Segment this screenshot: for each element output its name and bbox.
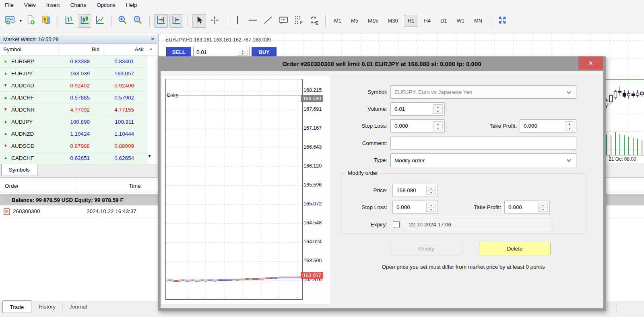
timeframe-d1[interactable]: D1 — [436, 15, 451, 27]
market-watch-row[interactable]: ▲EURGBP0.833880.83401 — [0, 56, 147, 68]
type-select[interactable]: Modify order — [390, 153, 576, 167]
modify-stop-loss-input[interactable]: 0.000 ▲▼ — [392, 201, 438, 214]
timeframe-m1[interactable]: M1 — [330, 15, 345, 27]
take-profit-value: 0.000 — [524, 123, 537, 129]
fullscreen-button[interactable] — [495, 14, 509, 28]
volume-input[interactable]: 0.01 ▲▼ — [390, 102, 445, 116]
candlestick-chart-button[interactable] — [78, 14, 91, 28]
order-dialog: Order #260300300 sell limit 0.01 EURJPY … — [158, 56, 606, 311]
close-icon[interactable]: ✕ — [151, 36, 155, 42]
trend-up-icon: ▲ — [4, 95, 8, 99]
new-chart-button[interactable] — [3, 14, 17, 28]
timeframe-mn[interactable]: MN — [470, 15, 486, 27]
profiles-button[interactable]: $ — [39, 14, 53, 28]
take-profit-label: Take Profit: — [460, 119, 517, 133]
volume-spinner[interactable]: ▲▼ — [433, 104, 443, 114]
one-click-trading-panel: SELL 0.01 ▲▼ BUY — [166, 47, 277, 58]
bar-chart-button[interactable] — [62, 14, 76, 28]
balance-text: Balance: 99 878.59 USD Equity: 99 878.59… — [12, 197, 124, 203]
collapse-dot-icon[interactable] — [4, 198, 8, 202]
auto-scroll-button[interactable] — [154, 14, 168, 28]
symbol-select[interactable]: EURJPY, Euro vs Japanese Yen — [390, 85, 576, 99]
svg-text:E: E — [316, 21, 318, 25]
market-watch-row[interactable]: ▼AUDCNH4.770924.77155 — [0, 104, 147, 116]
market-watch-row[interactable]: ▲AUDJPY100.890100.911 — [0, 116, 147, 128]
menu-help[interactable]: Help — [126, 2, 137, 8]
timeframe-w1[interactable]: W1 — [453, 15, 469, 27]
volume-spinner[interactable]: ▲▼ — [238, 49, 248, 56]
price-tick: 164.024 — [303, 239, 328, 245]
horizontal-line-button[interactable] — [246, 14, 260, 28]
delete-button[interactable]: Delete — [479, 242, 551, 255]
dialog-close-button[interactable]: ✕ — [578, 56, 603, 70]
timeframe-m15[interactable]: M15 — [364, 15, 382, 27]
market-watch-row[interactable]: ▼AUDSGD0.879880.88009 — [0, 140, 147, 152]
sell-button[interactable]: SELL — [166, 47, 191, 58]
column-time[interactable]: Time — [129, 183, 141, 189]
expert-advisors-button[interactable]: E — [307, 14, 321, 28]
modify-stop-loss-spinner[interactable]: ▲▼ — [426, 203, 436, 212]
scroll-up-icon[interactable]: ▲ — [149, 46, 153, 51]
comment-input[interactable] — [390, 137, 576, 150]
market-watch-row[interactable]: ▲AUDCHF0.578850.57902 — [0, 92, 147, 104]
modify-take-profit-spinner[interactable]: ▲▼ — [538, 203, 548, 212]
stop-loss-input[interactable]: 0.000 ▲▼ — [390, 119, 445, 133]
column-order[interactable]: Order — [5, 183, 19, 189]
zoom-out-button[interactable] — [131, 14, 145, 28]
trendline-icon — [263, 15, 273, 27]
toolbar-separator — [226, 15, 226, 27]
scroll-down-icon[interactable]: ▼ — [147, 153, 152, 158]
line-chart-button[interactable] — [93, 14, 107, 28]
cursor-button[interactable] — [192, 14, 206, 28]
one-click-volume-input[interactable]: 0.01 ▲▼ — [193, 47, 250, 58]
trendline-button[interactable] — [261, 14, 275, 28]
tab-journal[interactable]: Journal — [69, 304, 87, 310]
price-value: 168.080 — [396, 187, 416, 193]
menu-file[interactable]: File — [5, 2, 14, 8]
bid-price: 0.87988 — [70, 143, 90, 149]
menu-view[interactable]: View — [24, 2, 36, 8]
timeframe-m5[interactable]: M5 — [347, 15, 362, 27]
trend-down-icon: ▼ — [4, 143, 8, 148]
timeframe-m30[interactable]: M30 — [384, 15, 402, 27]
market-watch-row[interactable]: ▲CADCHF0.626510.62654 — [0, 152, 147, 164]
stop-loss-spinner[interactable]: ▲▼ — [433, 121, 443, 131]
tab-symbols[interactable]: Symbols — [1, 164, 37, 176]
take-profit-spinner[interactable]: ▲▼ — [565, 121, 574, 131]
modify-button[interactable]: Modify — [390, 242, 462, 255]
column-symbol[interactable]: Symbol — [3, 46, 21, 52]
column-ask[interactable]: Ask — [134, 46, 144, 52]
zoom-in-button[interactable] — [116, 14, 130, 28]
market-watch-row[interactable]: ▼AUDCAD0.924020.92406 — [0, 80, 147, 92]
text-label-button[interactable] — [277, 14, 290, 28]
ask-price: 163.057 — [114, 70, 134, 77]
price-input[interactable]: 168.080 ▲▼ — [392, 184, 438, 197]
indicator-list-button[interactable]: F — [292, 14, 305, 28]
tab-trade[interactable]: Trade — [2, 300, 31, 313]
market-watch-tabbar: Symbols — [0, 164, 157, 177]
menu-charts[interactable]: Charts — [70, 2, 87, 8]
timeframe-h1[interactable]: H1 — [404, 15, 419, 27]
crosshair-button[interactable] — [208, 14, 221, 28]
bid-price: 1.10424 — [70, 131, 90, 137]
vertical-line-button[interactable] — [231, 14, 244, 28]
column-bid[interactable]: Bid — [91, 46, 99, 52]
expiry-datetime-field[interactable]: 22.10.2024 17:06 — [405, 218, 553, 231]
tab-history[interactable]: History — [39, 304, 56, 310]
timeframe-h4[interactable]: H4 — [420, 15, 435, 27]
new-chart-icon — [5, 15, 15, 27]
buy-button[interactable]: BUY — [252, 47, 277, 58]
new-order-button[interactable] — [24, 14, 38, 28]
menu-insert[interactable]: Insert — [46, 2, 60, 8]
new-chart-dropdown-icon[interactable]: ▼ — [19, 19, 23, 23]
candlestick-chart-icon — [79, 15, 90, 27]
market-watch-row[interactable]: ▲AUDNZD1.104241.10444 — [0, 128, 147, 140]
menu-options[interactable]: Options — [97, 2, 116, 8]
chart-shift-button[interactable] — [169, 14, 183, 28]
market-watch-row[interactable]: ▲EURJPY163.039163.057 — [0, 68, 147, 80]
bid-price: 4.77092 — [70, 107, 90, 113]
expiry-checkbox[interactable] — [393, 221, 400, 228]
modify-take-profit-input[interactable]: 0.000 ▲▼ — [504, 201, 550, 214]
take-profit-input[interactable]: 0.000 ▲▼ — [520, 119, 576, 133]
price-spinner[interactable]: ▲▼ — [426, 186, 436, 195]
